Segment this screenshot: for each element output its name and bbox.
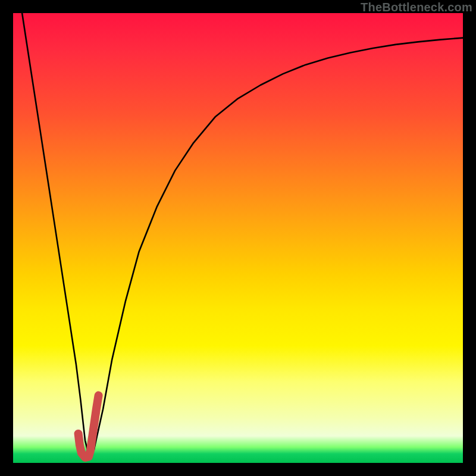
chart-container: TheBottleneck.com	[0, 0, 476, 476]
series-v-curve	[22, 13, 463, 458]
chart-lines-layer	[13, 13, 463, 463]
watermark-text: TheBottleneck.com	[361, 1, 472, 14]
